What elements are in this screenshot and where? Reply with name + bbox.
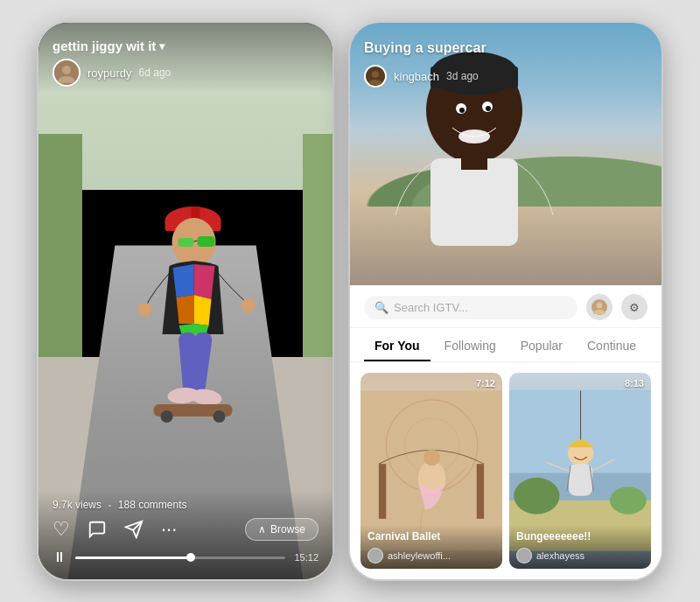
thumb-username-1: ashleylewoffi... — [388, 550, 451, 561]
thumb-title-2: Bungeeeeeee!! — [516, 530, 644, 544]
thumb-duration-2: 8:13 — [625, 378, 644, 388]
grass-right — [303, 134, 332, 356]
thumb-title-1: Carnival Ballet — [368, 530, 495, 544]
browse-button[interactable]: ∧ Browse — [245, 518, 318, 541]
progress-dot — [186, 553, 195, 562]
play-pause-button[interactable]: ⏸ — [52, 550, 66, 565]
right-video-title: Buying a supercar — [364, 40, 486, 56]
grass-left — [38, 134, 82, 356]
svg-rect-4 — [178, 238, 194, 247]
svg-marker-8 — [173, 264, 194, 298]
right-time-ago: 3d ago — [446, 70, 479, 82]
thumbnail-card-1[interactable]: 7:12 Carnival Ballet ashleylewoffi... — [360, 373, 502, 569]
video-title-text: gettin jiggy wit it — [52, 38, 156, 53]
right-username: kingbach — [394, 70, 439, 83]
svg-point-12 — [138, 303, 152, 317]
svg-point-52 — [610, 486, 647, 514]
svg-rect-5 — [198, 236, 215, 247]
progress-bar[interactable] — [75, 556, 285, 559]
username: roypurdy — [88, 66, 132, 80]
video-title: gettin jiggy wit it ▾ — [52, 38, 171, 53]
svg-marker-7 — [194, 264, 215, 299]
views-count: 9.7k views — [52, 499, 102, 511]
search-icon: 🔍 — [374, 301, 388, 314]
right-bottom: 🔍 Search IGTV... ⚙ For You — [350, 285, 662, 579]
svg-rect-43 — [477, 464, 484, 519]
tab-popular[interactable]: Popular — [510, 332, 573, 361]
svg-marker-9 — [194, 295, 212, 326]
svg-marker-10 — [177, 295, 194, 324]
like-button[interactable]: ♡ — [52, 518, 70, 541]
thumb-duration-1: 7:12 — [476, 378, 495, 388]
more-button[interactable]: ··· — [161, 518, 177, 541]
phones-container: gettin jiggy wit it ▾ roypurdy 6d ago — [37, 21, 663, 581]
svg-point-31 — [459, 108, 465, 113]
time-ago: 6d ago — [139, 66, 172, 79]
profile-icon-button[interactable] — [586, 294, 612, 320]
comments-count: 188 comments — [118, 499, 187, 511]
dropdown-icon[interactable]: ▾ — [159, 40, 164, 52]
thumb-user-row-1: ashleylewoffi... — [368, 548, 495, 564]
phone-right: Buying a supercar kingbach 3d ago 🔍 — [348, 21, 663, 581]
thumb-bottom-2: Bungeeeeeee!! alexhayess — [509, 525, 651, 569]
thumb-user-row-2: alexhayess — [516, 548, 644, 564]
svg-point-38 — [597, 303, 603, 309]
svg-point-13 — [242, 298, 256, 312]
search-bar[interactable]: 🔍 Search IGTV... — [364, 296, 578, 319]
thumb-username-2: alexhayess — [536, 550, 584, 561]
share-button[interactable] — [124, 520, 144, 539]
tabs-row: For You Following Popular Continue — [350, 328, 662, 362]
svg-point-45 — [424, 449, 440, 466]
svg-rect-55 — [569, 464, 592, 496]
dot-separator: • — [108, 501, 111, 509]
svg-rect-33 — [430, 158, 518, 246]
action-row: ♡ ··· ∧ Bro — [52, 518, 318, 541]
svg-point-51 — [514, 478, 559, 514]
bottom-bar: 9.7k views • 188 comments ♡ — [38, 490, 332, 579]
thumb-avatar-1 — [368, 548, 383, 564]
top-bar: gettin jiggy wit it ▾ roypurdy 6d ago — [38, 23, 332, 94]
svg-point-28 — [458, 130, 490, 144]
svg-rect-34 — [461, 152, 487, 170]
progress-row: ⏸ 15:12 — [52, 550, 318, 565]
search-placeholder: Search IGTV... — [394, 301, 468, 314]
browse-icon: ∧ — [258, 523, 266, 536]
action-icons: ♡ ··· — [52, 518, 177, 541]
skater-figure — [119, 194, 268, 483]
tab-for-you[interactable]: For You — [364, 332, 430, 361]
duration: 15:12 — [294, 552, 318, 563]
thumb-avatar-2 — [516, 548, 532, 564]
tab-following[interactable]: Following — [434, 332, 507, 361]
thumbnail-card-2[interactable]: 8:13 Bungeeeeeee!! alexhayess — [509, 373, 651, 569]
user-info: roypurdy 6d ago — [52, 59, 171, 87]
svg-point-20 — [214, 410, 226, 423]
phone-left: gettin jiggy wit it ▾ roypurdy 6d ago — [37, 21, 334, 581]
thumbnails-row: 7:12 Carnival Ballet ashleylewoffi... — [350, 362, 662, 579]
right-avatar — [364, 65, 387, 88]
progress-fill — [75, 556, 191, 559]
avatar — [52, 59, 80, 87]
svg-point-36 — [372, 71, 379, 78]
thumb-bottom-1: Carnival Ballet ashleylewoffi... — [360, 525, 502, 569]
svg-point-19 — [161, 410, 173, 423]
svg-point-32 — [486, 106, 491, 111]
stats-row: 9.7k views • 188 comments — [52, 499, 318, 511]
browse-label: Browse — [270, 523, 305, 536]
svg-point-22 — [62, 66, 71, 74]
tab-continue[interactable]: Continue — [577, 332, 647, 361]
right-user-info: kingbach 3d ago — [364, 65, 479, 88]
settings-icon-button[interactable]: ⚙ — [621, 294, 648, 320]
right-header-icons: ⚙ — [586, 294, 648, 320]
svg-rect-42 — [379, 464, 386, 519]
comment-button[interactable] — [88, 520, 107, 539]
right-top-video: Buying a supercar kingbach 3d ago — [350, 23, 662, 285]
search-row: 🔍 Search IGTV... ⚙ — [350, 285, 662, 328]
